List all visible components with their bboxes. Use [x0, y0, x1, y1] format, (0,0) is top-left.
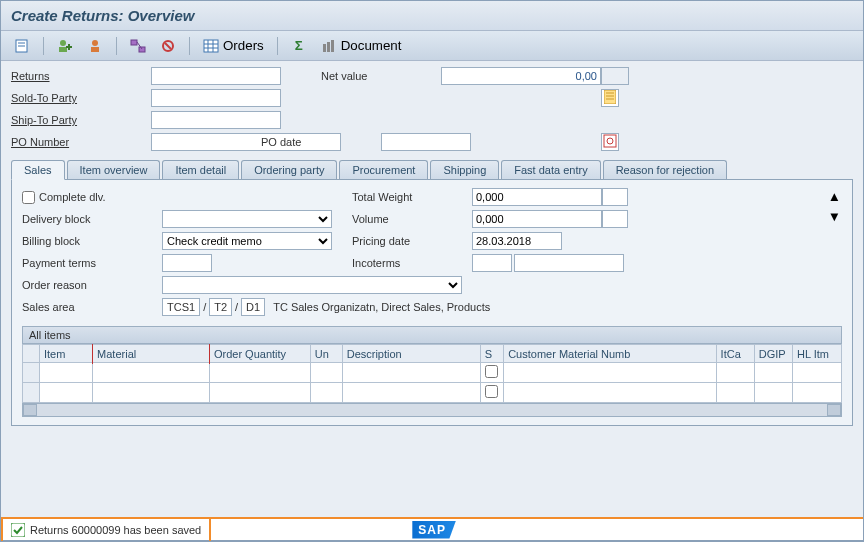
table-h-scrollbar[interactable]	[22, 403, 842, 417]
podate-input[interactable]	[381, 133, 471, 151]
col-customer-material[interactable]: Customer Material Numb	[504, 345, 716, 363]
orders-button[interactable]: Orders	[198, 35, 269, 57]
tab-body-sales: Complete dlv. Total Weight Delivery bloc…	[11, 180, 853, 426]
billblock-select[interactable]: Check credit memo	[162, 232, 332, 250]
document-button[interactable]: Document	[316, 35, 407, 57]
tab-fast-data-entry[interactable]: Fast data entry	[501, 160, 600, 179]
netvalue-label: Net value	[321, 70, 441, 82]
page-icon	[604, 90, 616, 106]
svg-rect-26	[604, 135, 616, 147]
cell-item[interactable]	[39, 363, 92, 383]
cell-un[interactable]	[310, 363, 342, 383]
document-display-icon	[14, 38, 30, 54]
cell-hlitm[interactable]	[793, 383, 842, 403]
status-button[interactable]	[155, 35, 181, 57]
svg-rect-20	[327, 42, 330, 52]
orderreason-select[interactable]	[162, 276, 462, 294]
scroll-right-button[interactable]	[827, 404, 841, 416]
volume-display	[472, 210, 602, 228]
all-items-header: All items	[22, 326, 842, 344]
col-dgip[interactable]: DGIP	[754, 345, 792, 363]
incoterms-loc-input[interactable]	[514, 254, 624, 272]
cell-qty[interactable]	[209, 383, 310, 403]
delivblock-label: Delivery block	[22, 213, 162, 225]
po-detail-button[interactable]	[601, 133, 619, 151]
sum-button[interactable]: Σ	[286, 35, 312, 57]
soldto-input[interactable]	[151, 89, 281, 107]
cell-itca[interactable]	[716, 363, 754, 383]
cell-un[interactable]	[310, 383, 342, 403]
incoterms-input[interactable]	[472, 254, 512, 272]
status-cancel-icon	[160, 38, 176, 54]
cell-s-checkbox[interactable]	[485, 365, 498, 378]
col-s[interactable]: S	[480, 345, 503, 363]
tab-shipping[interactable]: Shipping	[430, 160, 499, 179]
cell-s-checkbox[interactable]	[485, 385, 498, 398]
payterms-input[interactable]	[162, 254, 212, 272]
payterms-label: Payment terms	[22, 257, 162, 269]
tab-item-detail[interactable]: Item detail	[162, 160, 239, 179]
tab-ordering-party[interactable]: Ordering party	[241, 160, 337, 179]
svg-rect-8	[91, 47, 99, 52]
volume-label: Volume	[352, 213, 472, 225]
tab-item-overview[interactable]: Item overview	[67, 160, 161, 179]
cell-dgip[interactable]	[754, 363, 792, 383]
status-message: Returns 60000099 has been saved	[30, 524, 201, 536]
partner-detail-button[interactable]	[601, 89, 619, 107]
cell-custmat[interactable]	[504, 383, 716, 403]
tab-reason-for-rejection[interactable]: Reason for rejection	[603, 160, 727, 179]
display-button[interactable]	[9, 35, 35, 57]
document-label: Document	[341, 38, 402, 53]
col-order-quantity[interactable]: Order Quantity	[209, 345, 310, 363]
pricingdate-label: Pricing date	[352, 235, 472, 247]
cell-custmat[interactable]	[504, 363, 716, 383]
svg-rect-10	[139, 47, 145, 52]
cell-dgip[interactable]	[754, 383, 792, 403]
cell-itca[interactable]	[716, 383, 754, 403]
weight-unit-display	[602, 188, 628, 206]
col-item[interactable]: Item	[39, 345, 92, 363]
cell-desc[interactable]	[342, 363, 480, 383]
cell-hlitm[interactable]	[793, 363, 842, 383]
cell-item[interactable]	[39, 383, 92, 403]
returns-input[interactable]	[151, 67, 281, 85]
cell-material[interactable]	[93, 383, 210, 403]
scroll-down-button[interactable]: ▼	[827, 208, 842, 224]
doc-flow-button[interactable]	[125, 35, 151, 57]
col-description[interactable]: Description	[342, 345, 480, 363]
pricingdate-input[interactable]	[472, 232, 562, 250]
salesarea-text: TC Sales Organizatn, Direct Sales, Produ…	[273, 301, 490, 313]
svg-rect-9	[131, 40, 137, 45]
netvalue-display	[441, 67, 601, 85]
salesarea-label: Sales area	[22, 301, 162, 313]
scroll-up-button[interactable]: ▲	[827, 188, 842, 204]
header-add-button[interactable]	[52, 35, 78, 57]
grid-icon	[203, 38, 219, 54]
table-row[interactable]	[23, 363, 842, 383]
cell-material[interactable]	[93, 363, 210, 383]
complete-dlv-label: Complete dlv.	[39, 191, 105, 203]
ponumber-label: PO Number	[11, 136, 151, 148]
col-hlitm[interactable]: HL Itm	[793, 345, 842, 363]
svg-rect-28	[11, 523, 25, 537]
complete-dlv-checkbox[interactable]	[22, 191, 35, 204]
tab-sales[interactable]: Sales	[11, 160, 65, 180]
col-un[interactable]: Un	[310, 345, 342, 363]
salesarea-div-chip: D1	[241, 298, 265, 316]
scroll-left-button[interactable]	[23, 404, 37, 416]
cell-qty[interactable]	[209, 363, 310, 383]
col-material[interactable]: Material	[93, 345, 210, 363]
cell-desc[interactable]	[342, 383, 480, 403]
row-selector-col	[23, 345, 40, 363]
svg-rect-4	[59, 47, 67, 52]
row-selector[interactable]	[23, 383, 40, 403]
header-remove-button[interactable]	[82, 35, 108, 57]
delivblock-select[interactable]	[162, 210, 332, 228]
row-selector[interactable]	[23, 363, 40, 383]
table-row[interactable]	[23, 383, 842, 403]
salesarea-org-chip: TCS1	[162, 298, 200, 316]
volume-unit-display	[602, 210, 628, 228]
shipto-input[interactable]	[151, 111, 281, 129]
tab-procurement[interactable]: Procurement	[339, 160, 428, 179]
col-itca[interactable]: ItCa	[716, 345, 754, 363]
